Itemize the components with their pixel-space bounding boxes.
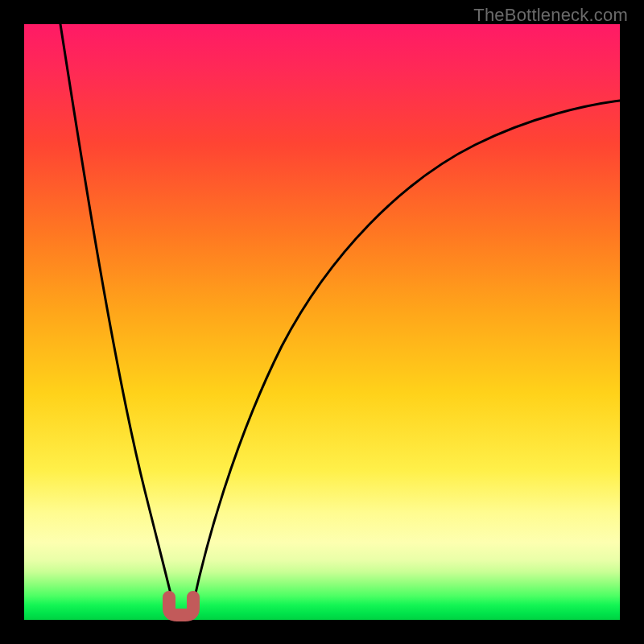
chart-frame: TheBottleneck.com (0, 0, 644, 644)
plot-area (24, 24, 620, 620)
curve-left-branch (60, 24, 173, 604)
optimal-cusp-marker (169, 597, 193, 615)
curves-svg (24, 24, 620, 620)
watermark-text: TheBottleneck.com (473, 5, 628, 26)
curve-right-branch (193, 101, 620, 604)
